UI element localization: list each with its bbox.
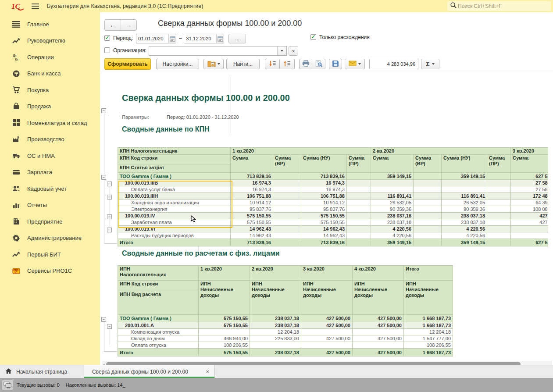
value-cell[interactable]: 108 206,55 xyxy=(199,342,250,349)
value-cell[interactable] xyxy=(347,173,371,180)
value-cell[interactable] xyxy=(414,173,442,180)
value-cell[interactable]: 238 037,18 xyxy=(250,322,301,329)
sidebar-item-nomenklatura-i-sklad[interactable]: Номенклатура и склад xyxy=(0,117,100,128)
row-header[interactable]: ИПН Вид расчета xyxy=(118,291,199,315)
value-cell[interactable] xyxy=(487,226,511,232)
expand-groups-button[interactable] xyxy=(265,59,280,69)
row-label-cell[interactable]: 200.01.001.A xyxy=(118,322,199,329)
sidebar-item-operacii[interactable]: ДтКтОперации xyxy=(0,51,100,63)
value-cell[interactable] xyxy=(273,206,301,213)
column-header[interactable]: ИПН Начисленные доходы xyxy=(301,281,353,315)
value-cell[interactable]: 108 086,46 xyxy=(511,206,548,213)
row-label-cell[interactable]: Итого xyxy=(118,349,199,356)
row-label-cell[interactable]: 100.00.019.IIIH xyxy=(118,193,231,200)
value-cell[interactable]: 359 149,15 xyxy=(371,239,414,246)
value-cell[interactable]: 16 974,3 xyxy=(301,180,347,186)
row-label-cell[interactable]: Электроэнергия xyxy=(118,206,231,213)
value-cell[interactable]: 466 944,00 xyxy=(199,335,250,342)
value-cell[interactable] xyxy=(487,232,511,239)
value-cell[interactable]: 713 839,16 xyxy=(231,173,273,180)
value-cell[interactable]: 14 962,43 xyxy=(301,232,347,239)
value-cell[interactable] xyxy=(301,342,353,349)
value-cell[interactable] xyxy=(353,342,404,349)
value-cell[interactable] xyxy=(273,173,301,180)
value-cell[interactable]: 12 204,18 xyxy=(250,329,301,335)
value-cell[interactable] xyxy=(487,186,511,193)
row-label-cell[interactable]: Компенсация отпуска xyxy=(118,329,199,335)
column-header-quarter[interactable]: 1 кв.2020 xyxy=(231,148,371,155)
only-diff-checkbox[interactable]: ✓ xyxy=(310,34,316,40)
value-cell[interactable] xyxy=(347,200,371,206)
value-cell[interactable]: 4 220,56 xyxy=(442,226,487,232)
value-cell[interactable]: 225 833,00 xyxy=(250,335,301,342)
value-cell[interactable]: 1 668 187,73 xyxy=(404,322,453,329)
back-button[interactable]: ← xyxy=(105,20,121,30)
value-cell[interactable]: 575 150,55 xyxy=(199,315,250,322)
collapse-toggle[interactable]: − xyxy=(107,228,112,232)
value-cell[interactable]: 10 914,12 xyxy=(301,200,347,206)
value-cell[interactable]: 64 396,97 xyxy=(511,200,548,206)
period-from-input[interactable] xyxy=(136,36,168,41)
sum-function-button[interactable]: Σ xyxy=(421,59,439,69)
value-cell[interactable]: 575 150,55 xyxy=(231,219,273,226)
value-cell[interactable]: 1 547 777,00 xyxy=(404,335,453,342)
sidebar-item-pokupka[interactable]: Покупка xyxy=(0,84,100,96)
column-header-quarter[interactable]: 3 кв.2020 xyxy=(511,148,548,155)
value-cell[interactable]: 359 149,15 xyxy=(442,173,487,180)
column-header[interactable]: ИПН Начисленные доходы xyxy=(250,281,301,315)
value-cell[interactable]: 427 500 xyxy=(511,219,548,226)
main-menu-icon[interactable] xyxy=(32,4,39,9)
value-cell[interactable] xyxy=(273,219,301,226)
value-cell[interactable]: 16 974,3 xyxy=(231,180,273,186)
value-cell[interactable]: 427 500,00 xyxy=(353,349,404,356)
value-cell[interactable]: 427 500,00 xyxy=(353,335,404,342)
value-cell[interactable] xyxy=(273,226,301,232)
column-header-quarter[interactable]: 1 кв.2020 xyxy=(199,266,250,281)
row-header[interactable]: ИПН Код строки xyxy=(118,281,199,291)
column-header-quarter[interactable]: 3 кв.2020 xyxy=(301,266,353,281)
sidebar-item-glavnoe[interactable]: Главное xyxy=(0,18,100,30)
search-input[interactable] xyxy=(457,3,551,10)
collapse-toggle[interactable]: − xyxy=(101,317,106,322)
value-cell[interactable]: 16 974,3 xyxy=(301,186,347,193)
value-cell[interactable] xyxy=(414,213,442,219)
value-cell[interactable] xyxy=(414,232,442,239)
value-cell[interactable]: 27 586,97 xyxy=(511,186,548,193)
value-cell[interactable] xyxy=(487,213,511,219)
value-cell[interactable] xyxy=(347,219,371,226)
value-cell[interactable]: 90 359,36 xyxy=(442,206,487,213)
value-cell[interactable]: 27 586,97 xyxy=(511,180,548,186)
column-header[interactable]: Сумма xyxy=(371,155,414,173)
value-cell[interactable] xyxy=(347,232,371,239)
period-more-button[interactable]: ... xyxy=(228,34,246,43)
value-cell[interactable]: 1 668 187,73 xyxy=(404,315,453,322)
value-cell[interactable] xyxy=(353,329,404,335)
row-label-cell[interactable]: 100.00.019.IV xyxy=(118,213,231,219)
global-search[interactable] xyxy=(447,1,551,11)
value-cell[interactable] xyxy=(414,206,442,213)
save-button[interactable] xyxy=(329,59,342,69)
row-label-cell[interactable]: Оплата услуг банка xyxy=(118,186,231,193)
print-button[interactable] xyxy=(299,59,312,69)
row-label-cell[interactable]: ТОО Gamma ( Гамма ) xyxy=(118,315,199,322)
column-header-quarter[interactable]: 2 кв.2020 xyxy=(250,266,301,281)
column-header-quarter[interactable]: 4 кв.2020 xyxy=(353,266,404,281)
value-cell[interactable]: 238 037,18 xyxy=(250,349,301,356)
sidebar-item-otchety[interactable]: Отчеты xyxy=(0,200,100,211)
value-cell[interactable]: 14 962,43 xyxy=(231,226,273,232)
value-cell[interactable]: 95 837,76 xyxy=(301,206,347,213)
value-cell[interactable] xyxy=(371,186,414,193)
generate-button[interactable]: Сформировать xyxy=(104,58,151,70)
value-cell[interactable] xyxy=(273,193,301,200)
send-email-button[interactable] xyxy=(345,59,365,69)
value-cell[interactable]: 427 500,00 xyxy=(353,322,404,329)
value-cell[interactable] xyxy=(414,180,442,186)
value-cell[interactable] xyxy=(487,173,511,180)
value-cell[interactable]: 713 839,16 xyxy=(301,239,347,246)
sidebar-item-os-i-nma[interactable]: ОС и НМА xyxy=(0,150,100,161)
value-cell[interactable] xyxy=(414,226,442,232)
value-cell[interactable] xyxy=(273,180,301,186)
report-variants-button[interactable] xyxy=(203,59,224,69)
sidebar-item-predpriyatie[interactable]: Предприятие xyxy=(0,216,100,227)
forward-button[interactable]: → xyxy=(121,20,137,30)
